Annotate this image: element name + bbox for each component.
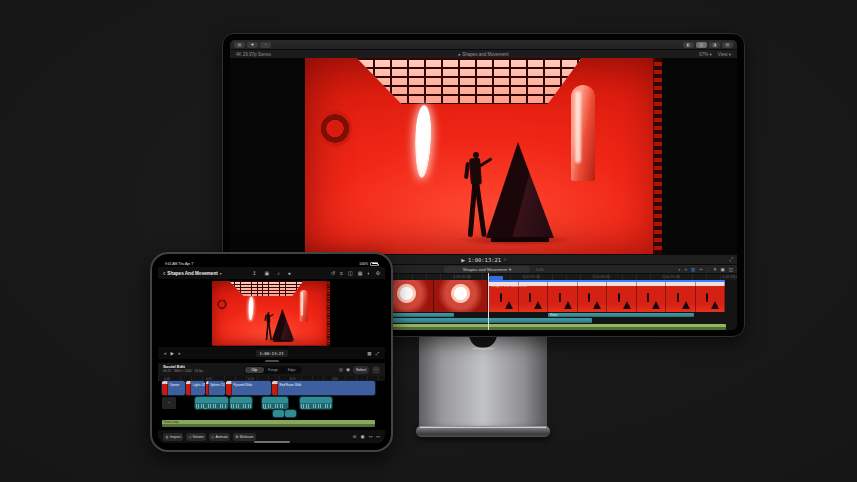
back-chevron-icon[interactable]: ‹ bbox=[163, 270, 165, 277]
record-icon[interactable]: ● bbox=[288, 270, 291, 276]
volume-button[interactable]: ◁Volume bbox=[186, 433, 206, 441]
ruler-label: 0:10 bbox=[248, 377, 254, 381]
status-time: 9:41 AM Thu Apr 7 bbox=[165, 262, 193, 266]
sound-effect-clip[interactable]: Sub Drop bbox=[300, 397, 332, 409]
timeline-tools-group: ⌖≈▥✂◌≡▣◫ bbox=[678, 267, 733, 272]
music-clip[interactable]: Drum Loop bbox=[162, 420, 375, 427]
timeline-project-info: Social Edit 00:25 · 3840 × 2160 · 24 fps bbox=[163, 365, 203, 373]
inspect-button[interactable]: ◎Inspect bbox=[163, 433, 183, 441]
duplicate-icon[interactable]: ▣ bbox=[360, 434, 364, 439]
zoom-tool-icon[interactable]: ◌ bbox=[707, 267, 710, 272]
toolbar-right-group: ◧▥◨▤ bbox=[683, 42, 733, 48]
project-title[interactable]: Shapes And Movement bbox=[167, 271, 217, 276]
multicam-button[interactable]: ⊞Multicam bbox=[233, 433, 256, 441]
timeline-project-specs: 00:25 · 3840 × 2160 · 24 fps bbox=[163, 370, 203, 374]
video-frame bbox=[305, 58, 662, 254]
home-indicator[interactable] bbox=[254, 441, 290, 443]
metallic-sphere bbox=[505, 117, 531, 143]
background-tasks-icon[interactable]: ◔ bbox=[260, 42, 271, 48]
video-clip[interactable]: Sphere CU bbox=[206, 381, 225, 395]
undo-icon[interactable]: ↺ bbox=[331, 270, 335, 276]
skip-forward-icon[interactable]: » bbox=[178, 351, 181, 356]
extend-left-icon[interactable]: ↤ bbox=[376, 434, 380, 439]
playback-controls: «▶» bbox=[164, 351, 181, 356]
title-caret-icon: ▾ bbox=[220, 271, 222, 276]
sound-effect-clip[interactable] bbox=[273, 410, 284, 417]
video-clip[interactable]: Red Room Walk bbox=[272, 381, 375, 395]
mode-edge[interactable]: Edge bbox=[282, 367, 301, 373]
play-icon[interactable]: ▶ bbox=[171, 351, 174, 356]
viewer-canvas bbox=[230, 58, 737, 254]
fcp-top-toolbar: ▤✚◔ ◧▥◨▤ bbox=[230, 40, 737, 50]
effects-browser-icon[interactable]: ▣ bbox=[720, 267, 724, 272]
blade-tool-icon[interactable]: ✂ bbox=[699, 267, 703, 272]
viewer-info-bar: 4K 29.97p Stereo ▸ Shapes and Movement 6… bbox=[230, 50, 737, 58]
fcp-ipad-screen: 9:41 AM Thu Apr 7 100% ‹ Shapes And Move… bbox=[158, 260, 385, 444]
timeline-index-icon[interactable]: ≡ bbox=[714, 267, 717, 272]
skip-back-icon[interactable]: « bbox=[164, 351, 167, 356]
share-icon[interactable]: ↥ bbox=[252, 270, 256, 276]
video-clip-selected[interactable]: Shapes and Movement bbox=[489, 280, 725, 312]
arched-mirror bbox=[571, 85, 595, 181]
ruler-label: 0:20 bbox=[332, 377, 338, 381]
appearance-icon[interactable]: ◐ bbox=[367, 270, 370, 276]
clip-thumbnail bbox=[637, 282, 667, 312]
clip-name-label: Shapes and Movement bbox=[491, 284, 527, 288]
new-event-icon[interactable]: ✚ bbox=[247, 42, 258, 48]
browser-icon[interactable]: ▦ bbox=[358, 270, 363, 276]
black-pyramid bbox=[486, 142, 554, 238]
clip-selection-tag bbox=[489, 276, 503, 280]
clip-thumbnail bbox=[578, 282, 608, 312]
browser-toggle-icon[interactable]: ◧ bbox=[683, 42, 694, 48]
extend-right-icon[interactable]: ↦ bbox=[369, 434, 373, 439]
sound-effect-clip[interactable]: Whoosh bbox=[262, 397, 288, 409]
ruler-label: 1:00:15:00 bbox=[522, 275, 540, 279]
voiceover-icon[interactable]: ♪ bbox=[277, 270, 280, 276]
more-button[interactable]: ⋯ bbox=[372, 366, 380, 374]
viewer-title: ▸ Shapes and Movement bbox=[230, 52, 737, 57]
white-blade-window bbox=[414, 105, 433, 179]
timecode-display: 1:00:13:21 bbox=[468, 257, 501, 263]
ruler-label: 0:00 bbox=[164, 377, 170, 381]
timeline-view-icon[interactable]: ▥ bbox=[696, 42, 707, 48]
sound-effect-clip[interactable] bbox=[285, 410, 296, 417]
ipad-video-frame bbox=[212, 281, 330, 346]
nav-right-icons: ↺≡◫▦◐⚙ bbox=[331, 270, 380, 276]
video-clip[interactable]: Pyramid Wide bbox=[226, 381, 271, 395]
jog-wheel-icon[interactable]: ≡ bbox=[340, 270, 343, 276]
porthole-ring bbox=[318, 110, 352, 147]
inspector-toggle-icon[interactable]: ◨ bbox=[709, 42, 720, 48]
transitions-browser-icon[interactable]: ◫ bbox=[729, 267, 733, 272]
mode-clip[interactable]: Clip bbox=[245, 367, 264, 373]
share-panel-icon[interactable]: ▤ bbox=[722, 42, 733, 48]
import-icon[interactable]: ▣ bbox=[264, 270, 269, 276]
settings-icon[interactable]: ⚙ bbox=[376, 270, 380, 276]
fullscreen-icon[interactable]: ⤢ bbox=[375, 351, 379, 356]
sound-effect-clip[interactable]: Deep Riser bbox=[195, 397, 228, 409]
clip-thumbnail bbox=[696, 282, 726, 312]
playhead[interactable] bbox=[488, 273, 489, 330]
gap-clip[interactable]: ▪ bbox=[162, 397, 176, 409]
sound-effect-clip[interactable]: Impact bbox=[230, 397, 252, 409]
ceiling-light-grid bbox=[212, 281, 330, 296]
snapping-icon[interactable]: ◎ bbox=[339, 367, 343, 372]
mode-range[interactable]: Range bbox=[264, 367, 283, 373]
monitor-stand bbox=[419, 334, 547, 428]
delete-icon[interactable]: ⊘ bbox=[353, 434, 357, 439]
filmstrip-edge bbox=[327, 281, 330, 346]
select-button[interactable]: Select bbox=[353, 366, 369, 374]
arrow-tool-icon[interactable]: ⌖ bbox=[678, 267, 681, 272]
skimming-icon[interactable]: ◉ bbox=[346, 367, 350, 372]
play-icon[interactable]: ▶ bbox=[461, 257, 465, 263]
import-media-icon[interactable]: ▤ bbox=[234, 42, 245, 48]
clip-appearance-icon[interactable]: ▥ bbox=[691, 267, 695, 272]
playback-quality-icon[interactable]: ▦ bbox=[367, 351, 371, 356]
fullscreen-icon[interactable]: ⤢ bbox=[729, 256, 733, 263]
animate-button[interactable]: ◇Animate bbox=[209, 433, 231, 441]
trim-tool-icon[interactable]: ≈ bbox=[685, 267, 687, 272]
project-switcher[interactable]: Shapes and Movement ▾ bbox=[444, 266, 530, 273]
video-clip[interactable]: Opener bbox=[162, 381, 185, 395]
split-view-icon[interactable]: ◫ bbox=[348, 270, 353, 276]
audio-clip-riser[interactable]: Riser bbox=[548, 313, 694, 317]
video-clip[interactable]: Lights 02 bbox=[186, 381, 205, 395]
